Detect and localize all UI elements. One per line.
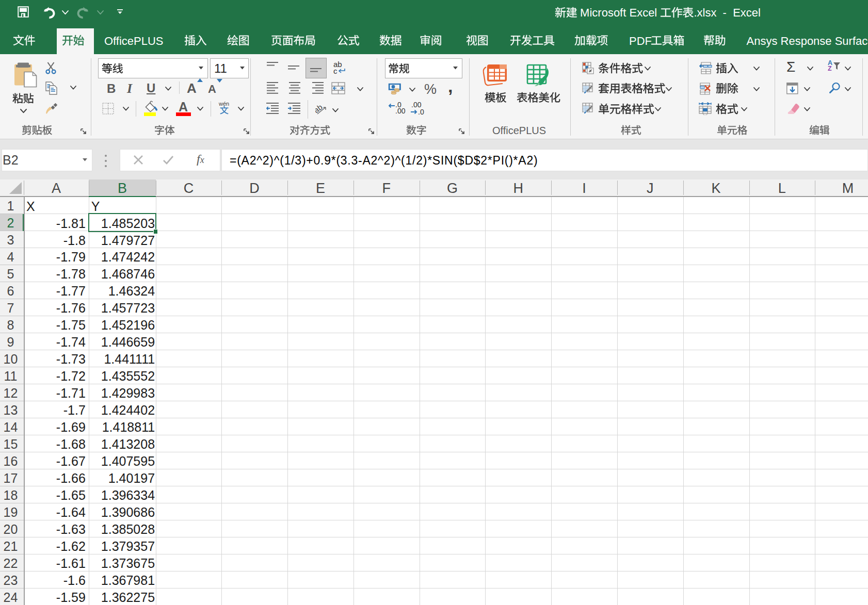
svg-text:ab: ab xyxy=(315,103,324,115)
